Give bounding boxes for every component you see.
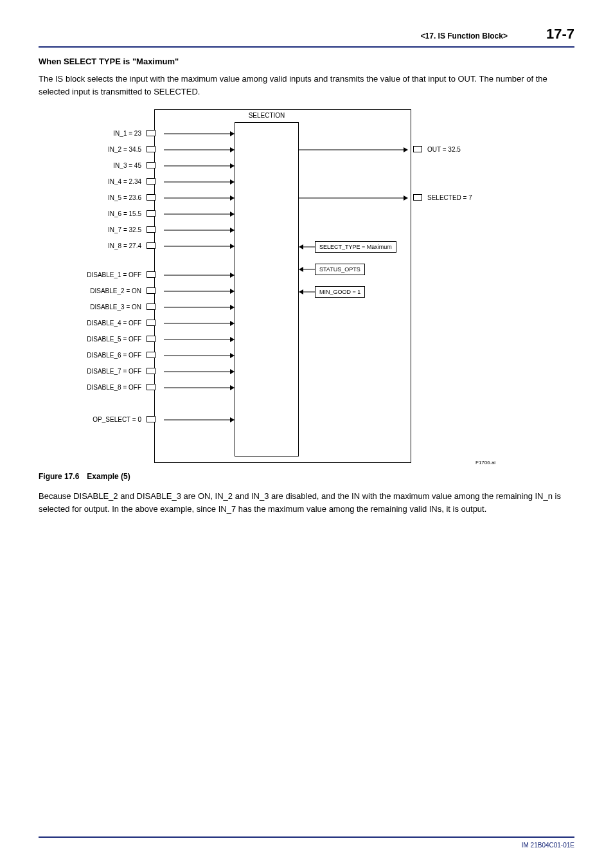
selection-rect bbox=[235, 122, 299, 457]
op-select-label: OP_SELECT = 0 bbox=[39, 416, 147, 423]
input-label: IN_6 = 15.5 bbox=[39, 210, 147, 217]
out-label: OUT = 32.5 bbox=[427, 146, 461, 153]
output-port bbox=[413, 146, 422, 152]
input-port bbox=[147, 303, 155, 310]
select-type-param: SELECT_TYPE = Maximum bbox=[315, 241, 396, 253]
figure-ref: F1706.ai bbox=[475, 460, 495, 466]
arrow-right-icon bbox=[299, 149, 408, 150]
input-port bbox=[147, 271, 155, 278]
footer-doc-id: IM 21B04C01-01E bbox=[39, 842, 574, 849]
input-port bbox=[147, 352, 155, 358]
header-rule bbox=[39, 46, 574, 48]
input-port bbox=[147, 368, 155, 374]
arrow-right-icon bbox=[164, 371, 235, 372]
arrow-right-icon bbox=[299, 197, 408, 199]
arrow-right-icon bbox=[164, 307, 235, 308]
input-port bbox=[147, 416, 155, 422]
arrow-left-icon bbox=[299, 246, 315, 248]
disable-label: DISABLE_1 = OFF bbox=[39, 271, 147, 278]
header-chapter: <17. IS Function Block> bbox=[421, 32, 508, 41]
input-label: IN_4 = 2.34 bbox=[39, 178, 147, 185]
explanation-paragraph: Because DISABLE_2 and DISABLE_3 are ON, … bbox=[39, 490, 574, 515]
input-port bbox=[147, 162, 155, 168]
input-label: IN_3 = 45 bbox=[39, 162, 147, 169]
arrow-right-icon bbox=[164, 213, 235, 215]
arrow-right-icon bbox=[164, 339, 235, 340]
input-port bbox=[147, 130, 155, 136]
disable-label: DISABLE_8 = OFF bbox=[39, 384, 147, 391]
input-port bbox=[147, 384, 155, 390]
intro-paragraph: The IS block selects the input with the … bbox=[39, 73, 574, 98]
arrow-right-icon bbox=[164, 387, 235, 388]
disable-label: DISABLE_5 = OFF bbox=[39, 336, 147, 343]
arrow-right-icon bbox=[164, 230, 235, 231]
arrow-right-icon bbox=[164, 246, 235, 247]
input-port bbox=[147, 194, 155, 201]
input-label: IN_7 = 32.5 bbox=[39, 226, 147, 233]
disable-label: DISABLE_6 = OFF bbox=[39, 352, 147, 359]
arrow-right-icon bbox=[164, 275, 235, 276]
input-port bbox=[147, 287, 155, 294]
disable-label: DISABLE_7 = OFF bbox=[39, 368, 147, 375]
section-subheading: When SELECT TYPE is "Maximum" bbox=[39, 57, 574, 66]
status-opts-param: STATUS_OPTS bbox=[315, 264, 365, 275]
selection-label: SELECTION bbox=[235, 112, 299, 119]
arrow-right-icon bbox=[164, 291, 235, 292]
arrow-right-icon bbox=[164, 133, 235, 134]
figure-caption: Figure 17.6 Example (5) bbox=[39, 472, 574, 481]
arrow-right-icon bbox=[164, 197, 235, 199]
input-port bbox=[147, 178, 155, 185]
input-label: IN_2 = 34.5 bbox=[39, 146, 147, 153]
arrow-right-icon bbox=[164, 419, 235, 420]
arrow-right-icon bbox=[164, 149, 235, 150]
input-port bbox=[147, 146, 155, 152]
input-port bbox=[147, 336, 155, 342]
input-port bbox=[147, 242, 155, 249]
is-block-diagram: SELECTION IN_1 = 23 IN_2 = 34.5 IN_3 = 4… bbox=[39, 109, 514, 469]
input-port bbox=[147, 210, 155, 217]
arrow-right-icon bbox=[164, 323, 235, 324]
header-page-number: 17-7 bbox=[546, 26, 574, 42]
disable-label: DISABLE_4 = OFF bbox=[39, 320, 147, 327]
input-label: IN_1 = 23 bbox=[39, 130, 147, 137]
input-label: IN_5 = 23.6 bbox=[39, 194, 147, 201]
arrow-left-icon bbox=[299, 269, 315, 270]
input-label: IN_8 = 27.4 bbox=[39, 242, 147, 249]
input-port bbox=[147, 320, 155, 326]
min-good-param: MIN_GOOD = 1 bbox=[315, 286, 365, 298]
arrow-right-icon bbox=[164, 355, 235, 356]
footer-rule bbox=[39, 836, 574, 838]
arrow-left-icon bbox=[299, 291, 315, 293]
input-port bbox=[147, 226, 155, 233]
arrow-right-icon bbox=[164, 181, 235, 183]
output-port bbox=[413, 194, 422, 201]
arrow-right-icon bbox=[164, 165, 235, 167]
selected-label: SELECTED = 7 bbox=[427, 194, 472, 201]
disable-label: DISABLE_2 = ON bbox=[39, 287, 147, 294]
disable-label: DISABLE_3 = ON bbox=[39, 303, 147, 311]
